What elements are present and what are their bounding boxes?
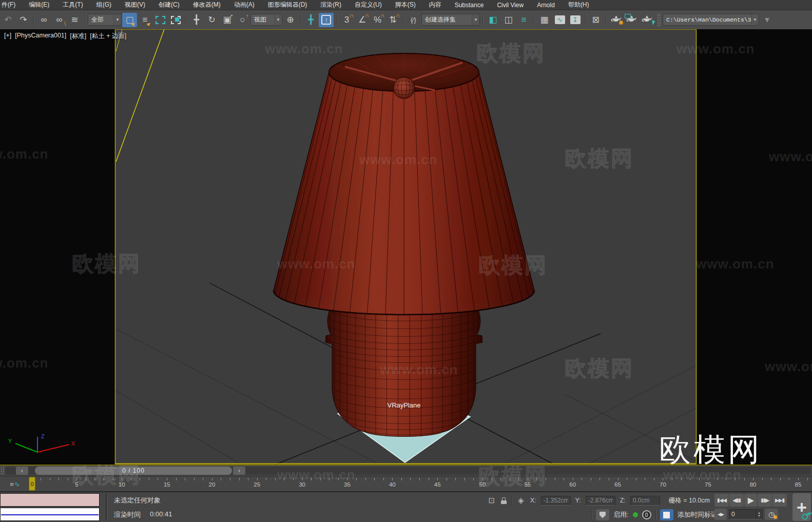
curve-editor-icon[interactable]: ∿ (552, 13, 567, 27)
frame-spinner[interactable]: ▲▼ (756, 510, 762, 519)
ribbon-toggle-icon[interactable]: ▦ (537, 13, 552, 27)
next-frame-button[interactable] (233, 467, 245, 475)
layer-explorer-icon[interactable]: ≡ (516, 13, 531, 27)
lamp-shade[interactable] (274, 53, 534, 315)
go-to-end-button[interactable] (772, 494, 787, 507)
viewport[interactable]: VRayPlaneZXY [+] [PhysCamera001] [标准] [粘… (0, 29, 812, 465)
selection-lock-icon[interactable] (501, 497, 507, 504)
window-crossing-icon[interactable] (168, 13, 183, 27)
redo-icon[interactable]: ↷ (16, 13, 31, 27)
select-by-name-icon[interactable]: ≡► (138, 13, 152, 27)
align-icon[interactable]: ◫ (501, 13, 516, 27)
add-time-tag[interactable]: 添加时间标记 (678, 510, 718, 519)
chevron-down-icon[interactable]: ▼ (274, 14, 282, 25)
next-frame-button[interactable] (758, 494, 772, 507)
menu-item-3[interactable]: 工具(T) (56, 1, 89, 9)
move-icon[interactable]: ╋ (189, 13, 204, 27)
viewport-shading-menu[interactable]: [粘土 + 边面] (90, 32, 126, 41)
snap-angle-icon[interactable]: ∠∩ (355, 13, 370, 27)
current-frame-field[interactable]: ▲▼ (729, 509, 763, 519)
mirror-icon[interactable]: ◧ (486, 13, 500, 27)
go-to-start-button[interactable] (714, 494, 729, 507)
key-mode-toggle[interactable] (714, 509, 727, 520)
snap-percent-icon[interactable]: %∩ (370, 13, 385, 27)
reference-coordinate-combo[interactable]: 视图▼ (250, 14, 282, 26)
toolbar-grip[interactable] (0, 466, 5, 475)
named-sets-icon[interactable]: {∕} (406, 13, 421, 27)
menu-item-7[interactable]: 修改器(M) (186, 1, 227, 9)
time-slider-thumb[interactable]: 0 / 100 (35, 467, 232, 475)
track-bar[interactable]: ≡∿ 0 0510152025303540455055606570758085 (0, 476, 812, 492)
maxscript-mini-listener[interactable] (0, 492, 101, 522)
link-icon[interactable]: ∞ (36, 13, 51, 27)
render-production-icon[interactable] (640, 13, 654, 27)
menu-item-17[interactable]: 帮助(H) (562, 1, 596, 9)
x-coordinate-field[interactable] (541, 496, 571, 506)
set-key-button[interactable]: + (792, 493, 811, 521)
select-manipulate-icon[interactable]: ╋ (303, 13, 318, 27)
toolbar-grip[interactable] (656, 13, 661, 27)
snap-spinner-icon[interactable]: ⇅∩ (385, 13, 400, 27)
toolbar-separator (33, 13, 34, 26)
time-tag-cube-button[interactable] (660, 509, 673, 520)
frame-tick (447, 478, 447, 480)
select-place-icon[interactable]: ○↑ (235, 13, 250, 27)
play-button[interactable] (744, 494, 757, 507)
render-setup-icon[interactable] (609, 13, 624, 27)
chevron-down-icon[interactable]: ▼ (113, 14, 121, 25)
z-coordinate-field[interactable] (630, 496, 660, 506)
isolate-selection-icon[interactable]: ⊡ (487, 496, 496, 505)
previous-frame-button[interactable] (729, 494, 744, 507)
snap-3d-icon[interactable]: 3∩ (339, 13, 354, 27)
menu-item-16[interactable]: Arnold (530, 2, 562, 9)
use-pivot-icon[interactable]: ⊕ (283, 13, 298, 27)
bind-spacewarp-icon[interactable]: ≋ (67, 13, 82, 27)
dope-sheet-icon[interactable]: ↧ (568, 13, 583, 27)
project-folder-combo[interactable]: C:\Users\Han\Documents\3ds Max 2022▼ (663, 14, 759, 26)
menu-item-9[interactable]: 图形编辑器(D) (261, 1, 314, 9)
security-shield-button[interactable] (596, 509, 609, 520)
marquee-region-icon[interactable] (153, 13, 168, 27)
current-frame-marker[interactable]: 0 (29, 477, 35, 491)
chevron-down-icon[interactable]: ▼ (751, 14, 759, 25)
mini-curve-editor-button[interactable]: ≡∿ (6, 479, 24, 489)
time-configuration-button[interactable] (765, 509, 778, 520)
viewport-standard-menu[interactable]: [标准] (70, 32, 86, 41)
rotate-icon[interactable]: ↻ (204, 13, 219, 27)
unlink-icon[interactable]: ∞∕ (52, 13, 67, 27)
rendered-frame-icon[interactable] (624, 13, 639, 27)
menu-item-4[interactable]: 组(G) (90, 1, 118, 9)
previous-frame-button[interactable] (16, 467, 28, 475)
menu-item-2[interactable]: 编辑(E) (22, 1, 56, 9)
menu-item-5[interactable]: 视图(V) (118, 1, 152, 9)
frame-tick (789, 478, 789, 480)
workspace-icon[interactable]: ▾ (760, 13, 775, 27)
schematic-view-icon[interactable]: ⊠ (588, 13, 603, 27)
menu-item-8[interactable]: 动画(A) (227, 1, 261, 9)
select-object-icon[interactable]: ▢► (122, 13, 137, 27)
menu-item-10[interactable]: 渲染(R) (314, 1, 348, 9)
selection-filter-combo[interactable]: 全部▼ (88, 14, 122, 26)
listener-pane[interactable] (0, 508, 100, 521)
keyboard-override-icon[interactable]: ↑ (319, 13, 334, 27)
frame-number-input[interactable] (729, 510, 756, 519)
menu-item-15[interactable]: Civil View (490, 2, 530, 9)
menu-item-6[interactable]: 创建(C) (152, 1, 186, 9)
scale-icon[interactable]: ▣↗ (220, 13, 235, 27)
curve-icon: ∿ (14, 480, 20, 488)
menu-item-12[interactable]: 脚本(S) (389, 1, 422, 9)
viewport-camera-menu[interactable]: [PhysCamera001] (15, 32, 66, 41)
viewport-menu-button[interactable]: [+] (4, 32, 11, 41)
menu-item-14[interactable]: Substance (448, 2, 491, 9)
menu-item-1[interactable]: 件(F) (0, 1, 22, 9)
y-coordinate-field[interactable] (586, 496, 615, 506)
menu-item-11[interactable]: 自定义(U) (348, 1, 389, 9)
chevron-down-icon[interactable]: ▼ (472, 14, 479, 25)
absolute-mode-icon[interactable]: ◈ (516, 496, 526, 505)
menu-item-13[interactable]: 内容 (422, 1, 448, 9)
named-selection-set-combo[interactable]: 创建选择集▼ (421, 14, 480, 26)
zero-badge-icon[interactable]: 0 (642, 510, 651, 519)
macro-recorder-pane[interactable] (0, 493, 100, 507)
frame-tick-label: 65 (614, 481, 621, 488)
undo-icon[interactable]: ↶ (1, 13, 15, 27)
